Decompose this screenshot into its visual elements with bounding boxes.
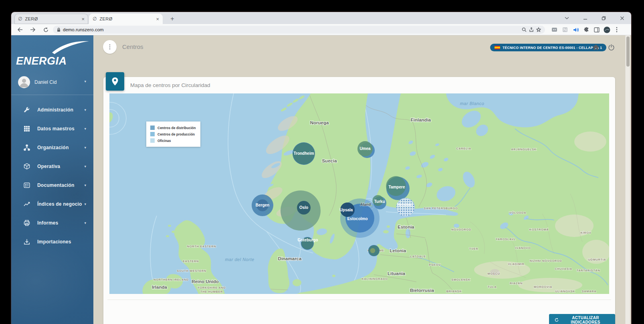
bubble-trondheim[interactable]: Trondheim <box>293 142 315 165</box>
printer-icon <box>23 219 31 227</box>
map-label-finlandia: Finlandia <box>411 117 431 122</box>
new-tab-button[interactable]: + <box>168 14 177 23</box>
map-label-irlanda: Irlanda <box>152 285 167 290</box>
bubble-helsinki[interactable]: Helsinki <box>396 198 415 217</box>
role-badge[interactable]: TÉCNICO INTERNO DE CENTRO ES-00001 - CEL… <box>490 44 606 51</box>
chevron-down-icon: ▾ <box>84 108 86 112</box>
package-icon <box>23 163 31 170</box>
bubble-item[interactable] <box>368 245 380 256</box>
extensions-puzzle-icon[interactable] <box>583 26 590 33</box>
sidebar: ENERGIA Daniel Cid ▾ Administración▾Dato… <box>11 35 93 324</box>
window-chevron-icon[interactable] <box>557 12 576 24</box>
map-label-latgale: LATGALE <box>410 255 426 258</box>
map-label-mosc: MOSCÚ <box>488 272 500 275</box>
update-indicators-label: ACTUALIZAR INDICADORES <box>561 316 610 324</box>
map-label-vladimir: VLADIMIR <box>508 262 524 266</box>
bubble-label: Turku <box>374 199 385 204</box>
map-label-dinamarca: Dinamarca <box>278 256 302 261</box>
location-pin-icon <box>111 77 119 86</box>
bubble-label: Goteburgo <box>297 238 318 242</box>
sidebar-item-informes[interactable]: Informes▾ <box>11 213 93 232</box>
tab-title: ZERØ <box>25 16 79 21</box>
wrench-icon <box>23 106 31 113</box>
tab-title: ZERØ <box>99 16 153 21</box>
tab-close-icon[interactable]: × <box>81 16 85 22</box>
share-icon[interactable] <box>529 27 534 32</box>
sidebar-item-operativa[interactable]: Operativa▾ <box>11 157 93 176</box>
window-minimize-icon[interactable] <box>576 12 594 24</box>
sidebar-item-ndices-de-negocio[interactable]: Índices de negocio▾ <box>11 194 93 213</box>
energia-swoosh-logo <box>51 39 90 55</box>
map-label-arj-nguelsk: ARJÁNGUELSK <box>511 148 537 151</box>
power-icon[interactable] <box>607 43 616 52</box>
legend-label: Centros de producción <box>157 132 195 136</box>
map-label-kaliningrado: KALININGRADO <box>361 277 388 281</box>
tab-strip: ∅ZERØ×∅ZERØ× + <box>11 12 631 24</box>
sidebar-item-datos-maestros[interactable]: Datos maestros▾ <box>11 119 93 138</box>
user-menu[interactable]: Daniel Cid ▾ <box>11 76 93 90</box>
grid-icon <box>23 125 31 132</box>
map-label-v-logda: VÓLOGDA <box>509 211 526 215</box>
bubble-label: Bergen <box>256 203 269 207</box>
sidebar-menu: Administración▾Datos maestros▾Organizaci… <box>11 100 93 251</box>
browser-tab[interactable]: ∅ZERØ× <box>14 14 88 24</box>
home-icon[interactable] <box>592 43 600 52</box>
spain-flag-icon <box>495 46 500 49</box>
audio-speaker-icon[interactable] <box>572 26 579 33</box>
chevron-down-icon: ▾ <box>84 164 86 168</box>
legend-item-oficinas: Oficinas <box>150 138 196 143</box>
sidebar-item-label: Índices de negocio <box>37 201 84 207</box>
map-label-yorkshire-and: YORKSHIRE AND <box>198 286 226 290</box>
sidebar-item-importaciones[interactable]: Importaciones <box>11 232 93 251</box>
chevron-down-icon: ▾ <box>84 221 86 225</box>
extension-badge-icon[interactable] <box>551 26 558 33</box>
card-divider <box>107 300 611 300</box>
extension-gray-icon[interactable] <box>561 26 569 33</box>
sidebar-item-organizaci-n[interactable]: Organización▾ <box>11 138 93 157</box>
map-label-tver: TVER <box>469 247 478 251</box>
bookmark-star-icon[interactable] <box>536 27 541 32</box>
page-title: Centros <box>122 43 143 50</box>
address-bar[interactable]: demo.runszero.com <box>53 26 545 34</box>
legend-swatch <box>150 126 155 130</box>
sidebar-item-label: Organización <box>37 145 84 150</box>
map-label-riaz-n: RIAZÁN <box>510 281 523 285</box>
document-icon <box>23 182 31 189</box>
tab-close-icon[interactable]: × <box>156 16 159 22</box>
bubble-oslo[interactable]: Oslo <box>281 190 321 231</box>
side-panel-icon[interactable] <box>593 26 600 33</box>
page-scrollbar[interactable] <box>625 35 630 324</box>
update-indicators-button[interactable]: ACTUALIZAR INDICADORES <box>549 314 615 324</box>
back-icon[interactable] <box>16 26 24 34</box>
map-pin-button[interactable] <box>106 72 124 91</box>
window-close-icon[interactable] <box>613 12 631 24</box>
sidebar-item-documentaci-n[interactable]: Documentación▾ <box>11 176 93 194</box>
map-label-chuvasia: CHUVASIA <box>555 267 572 271</box>
map-label-kostrom: KOSTROMÁ <box>529 228 549 231</box>
bubble-bergen[interactable]: Bergen <box>252 194 273 216</box>
reload-icon[interactable] <box>42 26 50 34</box>
zoom-icon[interactable] <box>522 27 527 32</box>
sidebar-divider <box>11 95 93 95</box>
user-avatar <box>18 76 30 88</box>
map-label-mar-del-norte: mar del Norte <box>225 257 254 262</box>
map-label-tula: TULA <box>488 285 497 289</box>
map-label-bielorrusia: Bielorrusia <box>410 288 434 293</box>
page-kebab-button[interactable] <box>103 40 117 54</box>
browser-menu-kebab-icon[interactable] <box>613 26 620 33</box>
sidebar-item-administraci-n[interactable]: Administración▾ <box>11 100 93 119</box>
lock-icon <box>57 28 61 32</box>
sidebar-item-label: Operativa <box>37 164 84 169</box>
profile-avatar[interactable] <box>603 26 610 33</box>
scrollbar-thumb[interactable] <box>626 36 630 67</box>
zero-favicon-icon: ∅ <box>93 16 97 22</box>
chevron-down-icon: ▾ <box>84 146 86 150</box>
map-label-n-vgorod: NÓVGOROD <box>451 228 471 231</box>
map-label-eastern: EASTERN <box>183 259 199 263</box>
bubble-label: Tampere <box>389 185 405 189</box>
forward-icon[interactable] <box>29 26 37 34</box>
browser-tab[interactable]: ∅ZERØ× <box>89 14 163 24</box>
window-restore-icon[interactable] <box>594 12 613 24</box>
map-label-suecia: Suecia <box>322 158 337 163</box>
chart-icon <box>23 200 31 208</box>
